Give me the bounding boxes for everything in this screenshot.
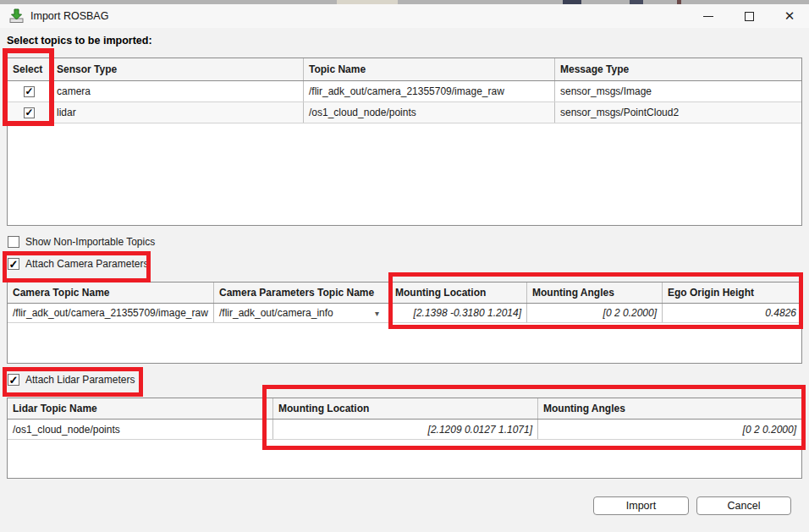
lidar-mounting-angles-field[interactable]: [0 2 0.2000] xyxy=(538,420,801,439)
lidar-parameters-row: /os1_cloud_node/points [2.1209 0.0127 1.… xyxy=(8,420,801,440)
topics-table: Select Sensor Type Topic Name Message Ty… xyxy=(7,58,802,226)
table-row-camera: ✓ camera /flir_adk_out/camera_21355709/i… xyxy=(8,81,801,102)
camera-ego-origin-height-field[interactable]: 0.4826 xyxy=(663,304,801,322)
checkmark-icon: ✓ xyxy=(9,375,19,386)
lidar-topic-name-cell: /os1_cloud_node/points xyxy=(8,420,273,439)
col-header-message-type: Message Type xyxy=(555,58,801,80)
maximize-button[interactable] xyxy=(735,4,763,28)
checkmark-icon: ✓ xyxy=(25,86,33,96)
cancel-button[interactable]: Cancel xyxy=(696,496,791,515)
lidar-mounting-location-field[interactable]: [2.1209 0.0127 1.1071] xyxy=(273,420,538,439)
camera-parameters-topic-value: /flir_adk_out/camera_info xyxy=(219,307,333,319)
title-bar: Import ROSBAG ✕ xyxy=(0,4,809,28)
maximize-icon xyxy=(745,12,754,21)
minimize-button[interactable] xyxy=(694,4,723,28)
import-rosbag-icon xyxy=(8,8,25,24)
col-header-topic-name: Topic Name xyxy=(304,58,555,80)
lidar-parameters-table: Lidar Topic Name Mounting Location Mount… xyxy=(7,398,802,479)
table-row-lidar: ✓ lidar /os1_cloud_node/points sensor_ms… xyxy=(8,102,801,123)
lidar-table-header: Lidar Topic Name Mounting Location Mount… xyxy=(8,398,801,420)
instruction-label: Select topics to be imported: xyxy=(7,35,152,47)
checkmark-icon: ✓ xyxy=(25,107,33,118)
camera-mounting-location-field[interactable]: [2.1398 -0.3180 1.2014] xyxy=(390,304,527,322)
attach-lidar-parameters-row: ✓ Attach Lidar Parameters xyxy=(8,374,135,386)
close-button[interactable]: ✕ xyxy=(775,4,804,28)
show-non-importable-checkbox[interactable] xyxy=(8,236,19,248)
checkmark-icon: ✓ xyxy=(9,259,19,270)
import-button[interactable]: Import xyxy=(593,496,689,515)
attach-camera-parameters-label: Attach Camera Parameters xyxy=(25,258,148,270)
col-header-ego-origin-height: Ego Origin Height xyxy=(663,282,801,303)
camera-parameters-topic-dropdown[interactable]: /flir_adk_out/camera_info ▾ xyxy=(214,304,390,322)
chevron-down-icon: ▾ xyxy=(375,309,384,318)
lidar-select-checkbox[interactable]: ✓ xyxy=(24,107,35,118)
sensor-type-cell: lidar xyxy=(52,102,304,123)
col-header-camera-topic-name: Camera Topic Name xyxy=(8,282,214,303)
show-non-importable-row: Show Non-Importable Topics xyxy=(8,236,155,248)
camera-topic-name-cell: /flir_adk_out/camera_21355709/image_raw xyxy=(8,304,214,322)
attach-camera-parameters-checkbox[interactable]: ✓ xyxy=(8,258,19,270)
minimize-icon xyxy=(703,16,713,17)
show-non-importable-label: Show Non-Importable Topics xyxy=(25,236,155,248)
camera-select-checkbox[interactable]: ✓ xyxy=(24,86,35,97)
col-header-sensor-type: Sensor Type xyxy=(52,58,304,80)
close-icon: ✕ xyxy=(784,8,795,24)
import-rosbag-dialog: Import ROSBAG ✕ Select topics to be impo… xyxy=(0,0,809,532)
topics-table-header: Select Sensor Type Topic Name Message Ty… xyxy=(8,58,801,81)
topic-name-cell: /flir_adk_out/camera_21355709/image_raw xyxy=(304,81,555,101)
camera-table-header: Camera Topic Name Camera Parameters Topi… xyxy=(8,282,801,304)
attach-camera-parameters-row: ✓ Attach Camera Parameters xyxy=(8,258,148,270)
col-header-select: Select xyxy=(8,58,52,80)
col-header-mounting-angles: Mounting Angles xyxy=(527,282,663,303)
camera-parameters-table: Camera Topic Name Camera Parameters Topi… xyxy=(7,282,802,364)
camera-parameters-row: /flir_adk_out/camera_21355709/image_raw … xyxy=(8,304,801,323)
col-header-lidar-topic-name: Lidar Topic Name xyxy=(8,398,273,419)
attach-lidar-parameters-label: Attach Lidar Parameters xyxy=(25,374,135,386)
sensor-type-cell: camera xyxy=(52,81,304,101)
col-header-camera-params-topic-name: Camera Parameters Topic Name xyxy=(214,282,390,303)
camera-mounting-angles-field[interactable]: [0 2 0.2000] xyxy=(527,304,663,322)
select-cell: ✓ xyxy=(8,81,52,101)
topic-name-cell: /os1_cloud_node/points xyxy=(304,102,555,123)
col-header-mounting-location: Mounting Location xyxy=(390,282,527,303)
attach-lidar-parameters-checkbox[interactable]: ✓ xyxy=(8,374,19,386)
window-title: Import ROSBAG xyxy=(30,4,108,28)
message-type-cell: sensor_msgs/PointCloud2 xyxy=(555,102,801,123)
message-type-cell: sensor_msgs/Image xyxy=(555,81,801,101)
col-header-mounting-location: Mounting Location xyxy=(273,398,538,419)
select-cell: ✓ xyxy=(8,102,52,123)
col-header-mounting-angles: Mounting Angles xyxy=(538,398,801,419)
